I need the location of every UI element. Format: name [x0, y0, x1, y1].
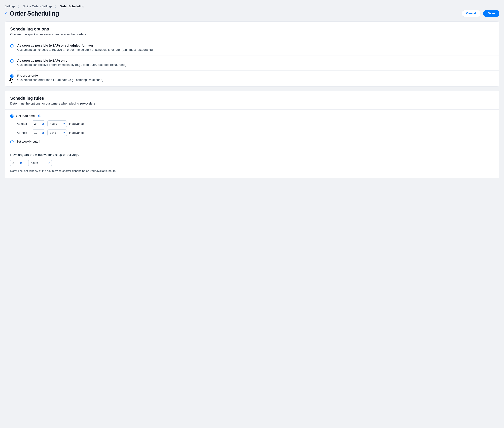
at-least-stepper[interactable]: [32, 120, 45, 127]
at-most-suffix: in advance: [69, 131, 84, 135]
lead-time-option[interactable]: Set lead time: [10, 110, 494, 118]
window-length-input[interactable]: [12, 161, 19, 165]
preorder-only-option[interactable]: Preorder only Customers can order for a …: [10, 71, 499, 86]
chevron-down-icon: [63, 132, 65, 134]
option-description: Customers can order for a future date (e…: [17, 78, 103, 82]
scheduling-rules-card: Scheduling rules Determine the options f…: [5, 91, 499, 178]
breadcrumb-settings[interactable]: Settings: [5, 5, 15, 8]
breadcrumb-online-orders[interactable]: Online Orders Settings: [23, 5, 52, 8]
scheduling-options-card: Scheduling options Choose how quickly cu…: [5, 21, 499, 87]
at-least-input[interactable]: [34, 122, 41, 125]
stepper-up-icon[interactable]: [42, 123, 44, 124]
asap-or-scheduled-option[interactable]: As soon as possible (ASAP) or scheduled …: [5, 40, 499, 55]
window-length-stepper[interactable]: [10, 160, 26, 166]
at-least-suffix: in advance: [69, 122, 84, 126]
at-most-unit-label: days: [50, 131, 56, 134]
at-most-stepper[interactable]: [32, 130, 45, 136]
stepper-down-icon[interactable]: [42, 133, 44, 134]
scheduling-rules-subtitle-prefix: Determine the options for customers when…: [10, 102, 80, 105]
radio-preorder-only[interactable]: [10, 74, 14, 78]
option-title: As soon as possible (ASAP) or scheduled …: [17, 44, 153, 47]
at-most-input[interactable]: [34, 131, 41, 134]
back-button[interactable]: [5, 12, 7, 16]
window-unit-select[interactable]: hours: [28, 160, 52, 166]
at-least-unit-label: hours: [50, 122, 57, 125]
scheduling-rules-title: Scheduling rules: [10, 96, 494, 101]
stepper-up-icon[interactable]: [20, 162, 22, 163]
radio-asap-or-scheduled[interactable]: [10, 44, 14, 48]
at-most-unit-select[interactable]: days: [47, 130, 67, 136]
svg-point-1: [40, 115, 40, 115]
chevron-right-icon: [18, 6, 20, 8]
scheduling-options-subtitle: Choose how quickly customers can receive…: [10, 33, 494, 36]
weekly-cutoff-label: Set weekly cutoff: [16, 140, 40, 143]
stepper-down-icon[interactable]: [20, 163, 22, 165]
option-description: Customers can receive orders immediately…: [17, 63, 126, 67]
radio-weekly-cutoff[interactable]: [10, 140, 14, 143]
svg-rect-2: [40, 115, 40, 116]
scheduling-rules-subtitle-bold: pre-orders.: [80, 102, 96, 105]
info-icon[interactable]: [38, 115, 41, 117]
option-title: As soon as possible (ASAP) only: [17, 59, 126, 63]
option-description: Customers can choose to receive an order…: [17, 48, 153, 52]
window-unit-label: hours: [31, 161, 38, 165]
page-title: Order Scheduling: [10, 10, 59, 17]
chevron-down-icon: [63, 123, 65, 125]
scheduling-options-title: Scheduling options: [10, 27, 494, 32]
breadcrumb-current: Order Scheduling: [60, 5, 84, 8]
stepper-up-icon[interactable]: [42, 132, 44, 133]
chevron-right-icon: [55, 6, 57, 8]
scheduling-rules-subtitle: Determine the options for customers when…: [10, 102, 494, 105]
window-length-question: How long are the windows for pickup or d…: [10, 153, 494, 157]
window-note: Note: The last window of the day may be …: [10, 169, 494, 173]
save-button[interactable]: Save: [483, 10, 499, 17]
breadcrumb: Settings Online Orders Settings Order Sc…: [5, 5, 499, 8]
radio-asap-only[interactable]: [10, 59, 14, 63]
lead-time-label: Set lead time: [16, 114, 35, 118]
at-most-label: At most: [17, 131, 30, 135]
cancel-button[interactable]: Cancel: [462, 10, 480, 17]
weekly-cutoff-option[interactable]: Set weekly cutoff: [10, 136, 494, 143]
chevron-down-icon: [48, 162, 50, 164]
option-title: Preorder only: [17, 74, 103, 78]
asap-only-option[interactable]: As soon as possible (ASAP) only Customer…: [10, 56, 499, 70]
stepper-down-icon[interactable]: [42, 124, 44, 125]
at-least-unit-select[interactable]: hours: [47, 120, 67, 127]
radio-lead-time[interactable]: [10, 115, 14, 118]
at-least-label: At least: [17, 122, 30, 126]
